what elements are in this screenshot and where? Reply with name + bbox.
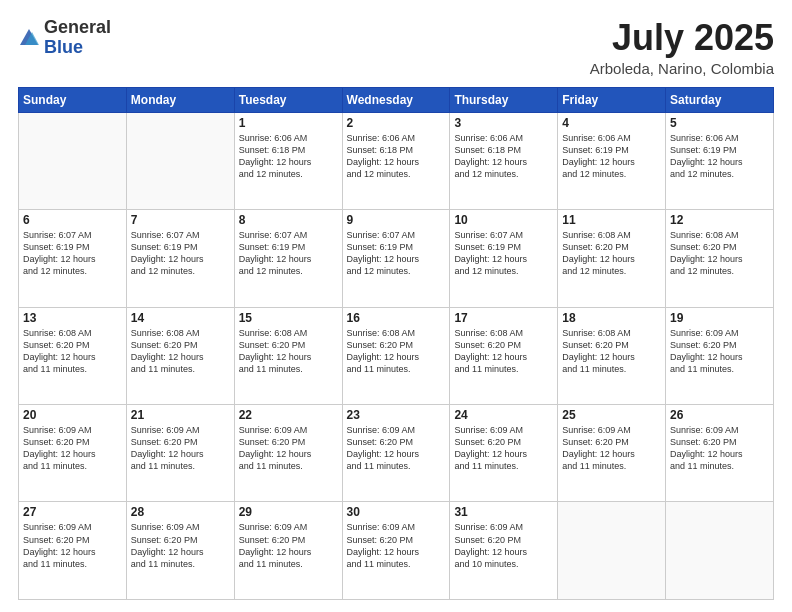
calendar-week-row: 13Sunrise: 6:08 AM Sunset: 6:20 PM Dayli… [19, 307, 774, 404]
day-info: Sunrise: 6:09 AM Sunset: 6:20 PM Dayligh… [23, 424, 122, 473]
header: General Blue July 2025 Arboleda, Narino,… [18, 18, 774, 77]
day-info: Sunrise: 6:09 AM Sunset: 6:20 PM Dayligh… [670, 327, 769, 376]
calendar-cell: 23Sunrise: 6:09 AM Sunset: 6:20 PM Dayli… [342, 405, 450, 502]
calendar-cell: 16Sunrise: 6:08 AM Sunset: 6:20 PM Dayli… [342, 307, 450, 404]
day-info: Sunrise: 6:07 AM Sunset: 6:19 PM Dayligh… [239, 229, 338, 278]
day-number: 11 [562, 213, 661, 227]
calendar-cell: 15Sunrise: 6:08 AM Sunset: 6:20 PM Dayli… [234, 307, 342, 404]
day-number: 18 [562, 311, 661, 325]
day-info: Sunrise: 6:09 AM Sunset: 6:20 PM Dayligh… [23, 521, 122, 570]
day-info: Sunrise: 6:08 AM Sunset: 6:20 PM Dayligh… [131, 327, 230, 376]
day-number: 5 [670, 116, 769, 130]
day-number: 25 [562, 408, 661, 422]
calendar-cell: 14Sunrise: 6:08 AM Sunset: 6:20 PM Dayli… [126, 307, 234, 404]
day-number: 6 [23, 213, 122, 227]
calendar-cell: 22Sunrise: 6:09 AM Sunset: 6:20 PM Dayli… [234, 405, 342, 502]
day-info: Sunrise: 6:07 AM Sunset: 6:19 PM Dayligh… [454, 229, 553, 278]
calendar-cell: 5Sunrise: 6:06 AM Sunset: 6:19 PM Daylig… [666, 112, 774, 209]
day-number: 24 [454, 408, 553, 422]
calendar-cell: 6Sunrise: 6:07 AM Sunset: 6:19 PM Daylig… [19, 210, 127, 307]
calendar-cell: 29Sunrise: 6:09 AM Sunset: 6:20 PM Dayli… [234, 502, 342, 600]
calendar-cell: 19Sunrise: 6:09 AM Sunset: 6:20 PM Dayli… [666, 307, 774, 404]
day-number: 20 [23, 408, 122, 422]
logo: General Blue [18, 18, 111, 58]
day-number: 3 [454, 116, 553, 130]
day-info: Sunrise: 6:08 AM Sunset: 6:20 PM Dayligh… [670, 229, 769, 278]
day-info: Sunrise: 6:06 AM Sunset: 6:19 PM Dayligh… [670, 132, 769, 181]
calendar-cell: 3Sunrise: 6:06 AM Sunset: 6:18 PM Daylig… [450, 112, 558, 209]
calendar-cell: 8Sunrise: 6:07 AM Sunset: 6:19 PM Daylig… [234, 210, 342, 307]
day-number: 1 [239, 116, 338, 130]
day-number: 9 [347, 213, 446, 227]
col-friday: Friday [558, 87, 666, 112]
col-sunday: Sunday [19, 87, 127, 112]
calendar-week-row: 20Sunrise: 6:09 AM Sunset: 6:20 PM Dayli… [19, 405, 774, 502]
day-number: 27 [23, 505, 122, 519]
calendar-cell: 24Sunrise: 6:09 AM Sunset: 6:20 PM Dayli… [450, 405, 558, 502]
day-number: 7 [131, 213, 230, 227]
calendar-cell [666, 502, 774, 600]
calendar-week-row: 1Sunrise: 6:06 AM Sunset: 6:18 PM Daylig… [19, 112, 774, 209]
day-number: 17 [454, 311, 553, 325]
col-tuesday: Tuesday [234, 87, 342, 112]
calendar-cell: 31Sunrise: 6:09 AM Sunset: 6:20 PM Dayli… [450, 502, 558, 600]
day-number: 23 [347, 408, 446, 422]
calendar-cell: 17Sunrise: 6:08 AM Sunset: 6:20 PM Dayli… [450, 307, 558, 404]
calendar-cell: 9Sunrise: 6:07 AM Sunset: 6:19 PM Daylig… [342, 210, 450, 307]
day-info: Sunrise: 6:09 AM Sunset: 6:20 PM Dayligh… [131, 424, 230, 473]
col-saturday: Saturday [666, 87, 774, 112]
day-info: Sunrise: 6:08 AM Sunset: 6:20 PM Dayligh… [562, 327, 661, 376]
day-number: 26 [670, 408, 769, 422]
calendar-cell: 12Sunrise: 6:08 AM Sunset: 6:20 PM Dayli… [666, 210, 774, 307]
day-info: Sunrise: 6:09 AM Sunset: 6:20 PM Dayligh… [454, 424, 553, 473]
day-number: 19 [670, 311, 769, 325]
day-number: 10 [454, 213, 553, 227]
calendar-cell [558, 502, 666, 600]
day-number: 28 [131, 505, 230, 519]
day-number: 8 [239, 213, 338, 227]
calendar-cell: 27Sunrise: 6:09 AM Sunset: 6:20 PM Dayli… [19, 502, 127, 600]
calendar-cell: 25Sunrise: 6:09 AM Sunset: 6:20 PM Dayli… [558, 405, 666, 502]
day-info: Sunrise: 6:06 AM Sunset: 6:18 PM Dayligh… [347, 132, 446, 181]
page: General Blue July 2025 Arboleda, Narino,… [0, 0, 792, 612]
calendar-cell: 13Sunrise: 6:08 AM Sunset: 6:20 PM Dayli… [19, 307, 127, 404]
day-info: Sunrise: 6:08 AM Sunset: 6:20 PM Dayligh… [347, 327, 446, 376]
day-info: Sunrise: 6:08 AM Sunset: 6:20 PM Dayligh… [454, 327, 553, 376]
day-number: 16 [347, 311, 446, 325]
day-number: 22 [239, 408, 338, 422]
calendar-cell: 10Sunrise: 6:07 AM Sunset: 6:19 PM Dayli… [450, 210, 558, 307]
calendar-cell: 1Sunrise: 6:06 AM Sunset: 6:18 PM Daylig… [234, 112, 342, 209]
day-info: Sunrise: 6:06 AM Sunset: 6:18 PM Dayligh… [239, 132, 338, 181]
calendar-cell: 28Sunrise: 6:09 AM Sunset: 6:20 PM Dayli… [126, 502, 234, 600]
logo-general-text: General [44, 17, 111, 37]
location: Arboleda, Narino, Colombia [590, 60, 774, 77]
day-info: Sunrise: 6:06 AM Sunset: 6:18 PM Dayligh… [454, 132, 553, 181]
col-thursday: Thursday [450, 87, 558, 112]
day-info: Sunrise: 6:09 AM Sunset: 6:20 PM Dayligh… [347, 424, 446, 473]
day-number: 14 [131, 311, 230, 325]
day-number: 12 [670, 213, 769, 227]
day-info: Sunrise: 6:08 AM Sunset: 6:20 PM Dayligh… [239, 327, 338, 376]
calendar-cell [19, 112, 127, 209]
calendar-cell: 18Sunrise: 6:08 AM Sunset: 6:20 PM Dayli… [558, 307, 666, 404]
calendar-week-row: 6Sunrise: 6:07 AM Sunset: 6:19 PM Daylig… [19, 210, 774, 307]
logo-icon [18, 27, 40, 49]
calendar-cell: 2Sunrise: 6:06 AM Sunset: 6:18 PM Daylig… [342, 112, 450, 209]
month-year: July 2025 [590, 18, 774, 58]
day-info: Sunrise: 6:07 AM Sunset: 6:19 PM Dayligh… [347, 229, 446, 278]
day-info: Sunrise: 6:09 AM Sunset: 6:20 PM Dayligh… [239, 424, 338, 473]
day-info: Sunrise: 6:07 AM Sunset: 6:19 PM Dayligh… [131, 229, 230, 278]
day-info: Sunrise: 6:09 AM Sunset: 6:20 PM Dayligh… [347, 521, 446, 570]
calendar-cell: 21Sunrise: 6:09 AM Sunset: 6:20 PM Dayli… [126, 405, 234, 502]
calendar-table: Sunday Monday Tuesday Wednesday Thursday… [18, 87, 774, 600]
day-info: Sunrise: 6:06 AM Sunset: 6:19 PM Dayligh… [562, 132, 661, 181]
day-number: 4 [562, 116, 661, 130]
day-info: Sunrise: 6:09 AM Sunset: 6:20 PM Dayligh… [562, 424, 661, 473]
day-info: Sunrise: 6:09 AM Sunset: 6:20 PM Dayligh… [670, 424, 769, 473]
calendar-header-row: Sunday Monday Tuesday Wednesday Thursday… [19, 87, 774, 112]
day-info: Sunrise: 6:08 AM Sunset: 6:20 PM Dayligh… [562, 229, 661, 278]
day-number: 30 [347, 505, 446, 519]
calendar-cell [126, 112, 234, 209]
logo-blue-text: Blue [44, 37, 83, 57]
calendar-cell: 4Sunrise: 6:06 AM Sunset: 6:19 PM Daylig… [558, 112, 666, 209]
